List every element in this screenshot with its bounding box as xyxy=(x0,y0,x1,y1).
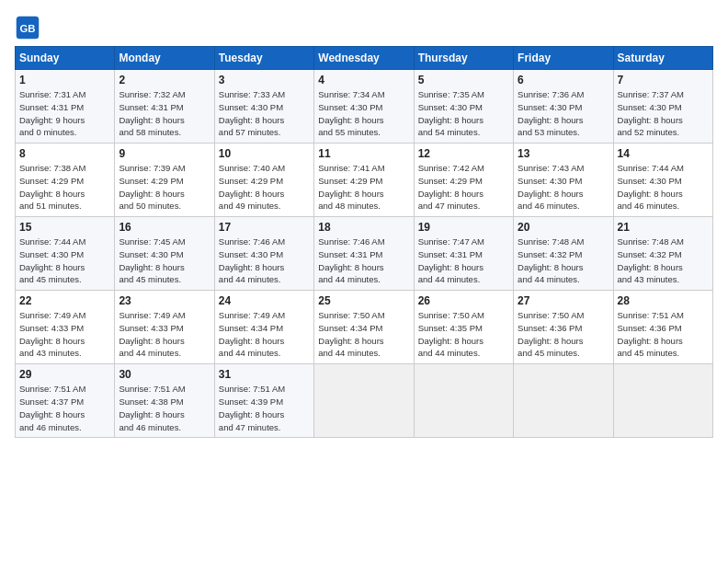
calendar-cell: 16Sunrise: 7:45 AM Sunset: 4:30 PM Dayli… xyxy=(115,217,214,291)
calendar-cell: 30Sunrise: 7:51 AM Sunset: 4:38 PM Dayli… xyxy=(115,364,214,438)
calendar-cell: 23Sunrise: 7:49 AM Sunset: 4:33 PM Dayli… xyxy=(115,291,214,364)
calendar-cell: 7Sunrise: 7:37 AM Sunset: 4:30 PM Daylig… xyxy=(613,70,712,144)
day-number: 17 xyxy=(219,221,310,234)
day-info: Sunrise: 7:36 AM Sunset: 4:30 PM Dayligh… xyxy=(518,88,609,139)
day-number: 30 xyxy=(119,368,210,381)
day-info: Sunrise: 7:46 AM Sunset: 4:31 PM Dayligh… xyxy=(318,236,409,286)
calendar-cell: 12Sunrise: 7:42 AM Sunset: 4:29 PM Dayli… xyxy=(414,144,513,217)
calendar-cell: 25Sunrise: 7:50 AM Sunset: 4:34 PM Dayli… xyxy=(314,291,414,364)
day-number: 6 xyxy=(518,74,609,86)
calendar-cell: 21Sunrise: 7:48 AM Sunset: 4:32 PM Dayli… xyxy=(613,217,712,291)
calendar-cell: 14Sunrise: 7:44 AM Sunset: 4:30 PM Dayli… xyxy=(613,144,712,217)
day-number: 12 xyxy=(418,147,509,160)
calendar-cell: 15Sunrise: 7:44 AM Sunset: 4:30 PM Dayli… xyxy=(16,217,115,291)
day-info: Sunrise: 7:42 AM Sunset: 4:29 PM Dayligh… xyxy=(418,162,509,213)
day-number: 9 xyxy=(119,147,210,160)
day-number: 21 xyxy=(618,221,709,234)
day-number: 11 xyxy=(318,147,409,160)
day-number: 29 xyxy=(19,368,110,381)
day-info: Sunrise: 7:51 AM Sunset: 4:38 PM Dayligh… xyxy=(119,383,210,433)
page-container: GB SundayMondayTuesdayWednesdayThursdayF… xyxy=(0,0,728,445)
weekday-header-thursday: Thursday xyxy=(414,47,513,70)
calendar-cell xyxy=(414,364,513,438)
calendar-cell: 27Sunrise: 7:50 AM Sunset: 4:36 PM Dayli… xyxy=(514,291,613,364)
weekday-header-monday: Monday xyxy=(115,47,214,70)
calendar-cell: 18Sunrise: 7:46 AM Sunset: 4:31 PM Dayli… xyxy=(314,217,414,291)
calendar-cell: 31Sunrise: 7:51 AM Sunset: 4:39 PM Dayli… xyxy=(214,364,313,438)
day-number: 19 xyxy=(418,221,509,234)
day-info: Sunrise: 7:35 AM Sunset: 4:30 PM Dayligh… xyxy=(418,88,509,139)
day-info: Sunrise: 7:49 AM Sunset: 4:33 PM Dayligh… xyxy=(19,309,110,360)
calendar-week-row: 29Sunrise: 7:51 AM Sunset: 4:37 PM Dayli… xyxy=(16,364,713,438)
day-number: 10 xyxy=(219,147,310,160)
calendar-cell: 22Sunrise: 7:49 AM Sunset: 4:33 PM Dayli… xyxy=(16,291,115,364)
day-number: 31 xyxy=(219,368,310,381)
day-number: 4 xyxy=(318,74,409,86)
day-info: Sunrise: 7:31 AM Sunset: 4:31 PM Dayligh… xyxy=(19,88,110,139)
weekday-header-saturday: Saturday xyxy=(613,47,712,70)
calendar-cell xyxy=(314,364,414,438)
weekday-header-wednesday: Wednesday xyxy=(314,47,414,70)
calendar-cell: 9Sunrise: 7:39 AM Sunset: 4:29 PM Daylig… xyxy=(115,144,214,217)
logo: GB xyxy=(15,15,44,40)
day-info: Sunrise: 7:32 AM Sunset: 4:31 PM Dayligh… xyxy=(119,88,210,139)
calendar-cell xyxy=(514,364,613,438)
day-info: Sunrise: 7:48 AM Sunset: 4:32 PM Dayligh… xyxy=(518,236,609,286)
day-info: Sunrise: 7:44 AM Sunset: 4:30 PM Dayligh… xyxy=(618,162,709,213)
calendar-week-row: 15Sunrise: 7:44 AM Sunset: 4:30 PM Dayli… xyxy=(16,217,713,291)
day-number: 23 xyxy=(119,294,210,307)
day-info: Sunrise: 7:44 AM Sunset: 4:30 PM Dayligh… xyxy=(19,236,110,286)
day-info: Sunrise: 7:51 AM Sunset: 4:36 PM Dayligh… xyxy=(618,309,709,360)
day-info: Sunrise: 7:51 AM Sunset: 4:39 PM Dayligh… xyxy=(219,383,310,433)
calendar-week-row: 1Sunrise: 7:31 AM Sunset: 4:31 PM Daylig… xyxy=(16,70,713,144)
svg-text:GB: GB xyxy=(19,23,35,34)
day-info: Sunrise: 7:45 AM Sunset: 4:30 PM Dayligh… xyxy=(119,236,210,286)
day-info: Sunrise: 7:39 AM Sunset: 4:29 PM Dayligh… xyxy=(119,162,210,213)
day-number: 8 xyxy=(19,147,110,160)
day-number: 22 xyxy=(19,294,110,307)
calendar-cell: 29Sunrise: 7:51 AM Sunset: 4:37 PM Dayli… xyxy=(16,364,115,438)
day-info: Sunrise: 7:50 AM Sunset: 4:36 PM Dayligh… xyxy=(518,309,609,360)
day-number: 28 xyxy=(618,294,709,307)
calendar-cell: 4Sunrise: 7:34 AM Sunset: 4:30 PM Daylig… xyxy=(314,70,414,144)
weekday-header-sunday: Sunday xyxy=(16,47,115,70)
day-info: Sunrise: 7:41 AM Sunset: 4:29 PM Dayligh… xyxy=(318,162,409,213)
header: GB xyxy=(15,11,713,40)
day-info: Sunrise: 7:40 AM Sunset: 4:29 PM Dayligh… xyxy=(219,162,310,213)
calendar-cell: 17Sunrise: 7:46 AM Sunset: 4:30 PM Dayli… xyxy=(214,217,313,291)
day-number: 18 xyxy=(318,221,409,234)
day-number: 5 xyxy=(418,74,509,86)
calendar-table: SundayMondayTuesdayWednesdayThursdayFrid… xyxy=(15,46,713,438)
day-number: 16 xyxy=(119,221,210,234)
calendar-cell: 2Sunrise: 7:32 AM Sunset: 4:31 PM Daylig… xyxy=(115,70,214,144)
calendar-cell: 6Sunrise: 7:36 AM Sunset: 4:30 PM Daylig… xyxy=(514,70,613,144)
calendar-cell: 3Sunrise: 7:33 AM Sunset: 4:30 PM Daylig… xyxy=(214,70,313,144)
calendar-week-row: 22Sunrise: 7:49 AM Sunset: 4:33 PM Dayli… xyxy=(16,291,713,364)
day-number: 25 xyxy=(318,294,409,307)
weekday-header-friday: Friday xyxy=(514,47,613,70)
day-number: 27 xyxy=(518,294,609,307)
weekday-header-tuesday: Tuesday xyxy=(214,47,313,70)
day-info: Sunrise: 7:48 AM Sunset: 4:32 PM Dayligh… xyxy=(618,236,709,286)
calendar-cell: 20Sunrise: 7:48 AM Sunset: 4:32 PM Dayli… xyxy=(514,217,613,291)
day-number: 20 xyxy=(518,221,609,234)
day-info: Sunrise: 7:33 AM Sunset: 4:30 PM Dayligh… xyxy=(219,88,310,139)
calendar-cell: 11Sunrise: 7:41 AM Sunset: 4:29 PM Dayli… xyxy=(314,144,414,217)
day-number: 2 xyxy=(119,74,210,86)
day-info: Sunrise: 7:37 AM Sunset: 4:30 PM Dayligh… xyxy=(618,88,709,139)
calendar-cell xyxy=(613,364,712,438)
day-number: 15 xyxy=(19,221,110,234)
day-number: 1 xyxy=(19,74,110,86)
day-info: Sunrise: 7:50 AM Sunset: 4:34 PM Dayligh… xyxy=(318,309,409,360)
calendar-cell: 1Sunrise: 7:31 AM Sunset: 4:31 PM Daylig… xyxy=(16,70,115,144)
day-info: Sunrise: 7:34 AM Sunset: 4:30 PM Dayligh… xyxy=(318,88,409,139)
day-info: Sunrise: 7:43 AM Sunset: 4:30 PM Dayligh… xyxy=(518,162,609,213)
header-row: SundayMondayTuesdayWednesdayThursdayFrid… xyxy=(16,47,713,70)
day-info: Sunrise: 7:38 AM Sunset: 4:29 PM Dayligh… xyxy=(19,162,110,213)
calendar-cell: 8Sunrise: 7:38 AM Sunset: 4:29 PM Daylig… xyxy=(16,144,115,217)
calendar-cell: 26Sunrise: 7:50 AM Sunset: 4:35 PM Dayli… xyxy=(414,291,513,364)
day-number: 13 xyxy=(518,147,609,160)
day-info: Sunrise: 7:50 AM Sunset: 4:35 PM Dayligh… xyxy=(418,309,509,360)
day-info: Sunrise: 7:47 AM Sunset: 4:31 PM Dayligh… xyxy=(418,236,509,286)
day-number: 3 xyxy=(219,74,310,86)
